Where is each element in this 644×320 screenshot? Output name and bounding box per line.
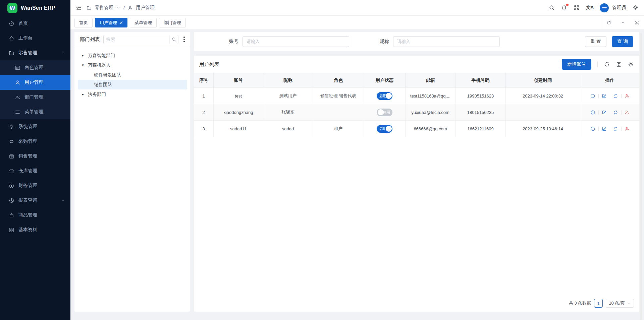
sidebar-item-warehouse-mgmt[interactable]: 仓库管理	[0, 164, 70, 178]
sidebar-item-purchase-mgmt[interactable]: 采购管理	[0, 134, 70, 149]
sidebar-item-user-mgmt[interactable]: 用户管理	[0, 75, 70, 90]
tree-node-sales-team[interactable]: 销售团队	[78, 80, 187, 89]
sidebar-collapse-button[interactable]	[76, 5, 82, 11]
sidebar-item-menu-mgmt[interactable]: 菜单管理	[0, 105, 70, 119]
detail-button[interactable]	[590, 93, 595, 99]
delete-user-button[interactable]	[625, 126, 630, 131]
avatar[interactable]	[600, 3, 609, 12]
sidebar-item-product-mgmt[interactable]: 商品管理	[0, 208, 70, 222]
col-header-nickname: 昵称	[263, 73, 313, 88]
page-1-button[interactable]: 1	[594, 299, 603, 308]
table-toolbar: 新增账号	[562, 59, 634, 70]
edit-button[interactable]	[602, 126, 607, 131]
sidebar-item-workbench[interactable]: 工作台	[0, 31, 70, 46]
user-remove-icon	[625, 126, 630, 131]
folder-icon	[9, 50, 14, 56]
toolbar-divider	[597, 61, 598, 67]
reset-password-button[interactable]	[613, 110, 618, 115]
page-size-select[interactable]: 10 条/页	[606, 299, 634, 308]
tree-node-legal-dept[interactable]: ▸ 法务部门	[78, 89, 187, 99]
bag-icon	[9, 212, 14, 218]
edit-button[interactable]	[602, 110, 607, 115]
breadcrumb-parent[interactable]: 零售管理	[95, 5, 113, 11]
filter-nickname: 昵称	[380, 36, 500, 47]
sidebar-item-home[interactable]: 首页	[0, 16, 70, 31]
reset-button[interactable]: 重 置	[585, 36, 606, 47]
username[interactable]: 管理员	[612, 5, 626, 11]
sidebar-item-finance-mgmt[interactable]: 财务管理	[0, 178, 70, 193]
tree-node-wansen-robot[interactable]: ▾ 万森机器人	[78, 60, 187, 70]
sidebar-item-sales-mgmt[interactable]: 销售管理	[0, 149, 70, 164]
chevron-down-icon[interactable]	[116, 6, 120, 10]
sidebar-item-dept-mgmt[interactable]: 部门管理	[0, 90, 70, 105]
tab-user-mgmt[interactable]: 用户管理	[95, 18, 127, 27]
pie-chart-icon	[9, 198, 14, 203]
tree-collapse-icon[interactable]: ▾	[80, 63, 85, 67]
user-remove-icon	[625, 110, 630, 115]
vertical-scrollbar[interactable]	[640, 33, 642, 320]
info-icon	[590, 93, 595, 99]
nickname-label: 昵称	[380, 39, 389, 45]
search-button[interactable]	[549, 5, 555, 11]
tab-dept-mgmt[interactable]: 部门管理	[159, 18, 186, 27]
tab-home[interactable]: 首页	[74, 18, 93, 27]
settings-button[interactable]	[633, 5, 639, 11]
notifications-button[interactable]	[561, 5, 567, 11]
department-panel-title: 部门列表	[80, 36, 100, 43]
tree-expand-icon[interactable]: ▸	[80, 92, 85, 97]
tree-expand-icon[interactable]: ▸	[80, 53, 85, 58]
app-logo: W WanSen ERP	[0, 0, 70, 16]
account-input[interactable]	[243, 36, 349, 47]
reset-password-button[interactable]	[613, 93, 618, 99]
fullscreen-button[interactable]	[574, 5, 580, 11]
department-search-input[interactable]	[104, 37, 169, 42]
detail-button[interactable]	[590, 110, 595, 115]
search-button[interactable]: 查 询	[612, 36, 633, 47]
grid-icon	[9, 227, 14, 233]
tree-node-hardware-team[interactable]: 硬件研发团队	[78, 70, 187, 80]
reset-password-button[interactable]	[613, 126, 618, 131]
users-icon	[15, 94, 20, 100]
col-header-roles: 角色	[313, 73, 364, 88]
sidebar-item-role-mgmt[interactable]: 角色管理	[0, 60, 70, 75]
user-list-title: 用户列表	[199, 61, 219, 68]
status-toggle[interactable]: 停用	[377, 109, 392, 116]
delete-user-button[interactable]	[625, 93, 630, 99]
row-density-button[interactable]	[616, 61, 622, 67]
bank-icon	[9, 168, 14, 174]
row-actions	[590, 126, 630, 131]
tab-controls	[602, 16, 644, 29]
user-icon	[128, 5, 133, 10]
department-search-button[interactable]	[169, 35, 178, 44]
department-more-button[interactable]	[182, 37, 186, 42]
header-actions: 文A 管理员	[549, 3, 639, 12]
sidebar-group-retail[interactable]: 零售管理	[0, 46, 70, 60]
refresh-tab-button[interactable]	[602, 16, 616, 29]
column-settings-button[interactable]	[628, 61, 634, 67]
search-icon	[171, 37, 176, 42]
content-fullscreen-button[interactable]	[630, 16, 644, 29]
tab-menu-mgmt[interactable]: 菜单管理	[130, 18, 157, 27]
filter-bar: 账号 昵称 重 置 查 询	[194, 32, 639, 51]
close-icon[interactable]	[119, 21, 123, 24]
language-button[interactable]: 文A	[586, 5, 593, 11]
chevron-down-icon	[621, 20, 626, 25]
edit-button[interactable]	[602, 93, 607, 99]
sidebar-item-report-query[interactable]: 报表查询	[0, 193, 70, 208]
add-account-button[interactable]: 新增账号	[562, 59, 591, 70]
delete-user-button[interactable]	[625, 110, 630, 115]
department-panel: 部门列表 ▸ 万森智能部门 ▾ 万森机器人 硬件研发团队	[74, 32, 190, 312]
tab-bar: 首页 用户管理 菜单管理 部门管理	[70, 16, 644, 30]
tab-menu-dropdown[interactable]	[616, 16, 630, 29]
sidebar-item-system-mgmt[interactable]: 系统管理	[0, 119, 70, 134]
refresh-icon	[606, 20, 611, 25]
breadcrumb-current: 用户管理	[136, 5, 155, 11]
sidebar-item-base-data[interactable]: 基本资料	[0, 222, 70, 237]
status-toggle[interactable]: 启用	[377, 92, 392, 100]
detail-button[interactable]	[590, 126, 595, 131]
table-refresh-button[interactable]	[604, 61, 610, 67]
tree-node-wansen-smart[interactable]: ▸ 万森智能部门	[78, 51, 187, 60]
status-toggle[interactable]: 启用	[377, 125, 392, 133]
nickname-input[interactable]	[393, 36, 500, 47]
gear-icon	[628, 61, 634, 67]
